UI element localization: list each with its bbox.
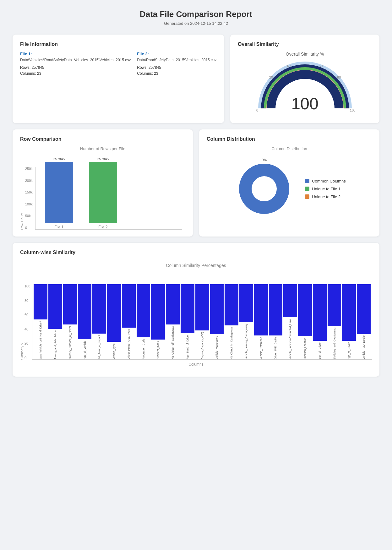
- colsim-bar: [342, 284, 356, 341]
- colsim-bar-group: Age_of_Vehicle: [78, 284, 92, 359]
- colsim-bar-group: Skidding_and_Overturning: [328, 284, 341, 359]
- svg-text:60: 60: [318, 64, 322, 68]
- legend-file1-label: Unique to File 1: [312, 187, 340, 191]
- page-title: Data File Comparison Report: [13, 9, 379, 19]
- colsim-bar-label: Propulsion_Code: [142, 339, 145, 359]
- column-distribution-card: Column Distribution Column Distribution …: [199, 129, 379, 237]
- row-y-label-100k: 100k: [25, 202, 33, 206]
- colsim-x-title: Columns: [20, 362, 372, 367]
- colsim-bar: [254, 284, 268, 335]
- row-y-label-50k: 50k: [25, 214, 33, 218]
- bar-file1-rect: [45, 162, 73, 223]
- column-similarity-card: Column-wise Similarity Column Similarity…: [13, 243, 379, 377]
- file2-cols: Columns: 23: [137, 71, 216, 77]
- colsim-bar-group: Vehicle_IMD_Decile: [357, 284, 371, 359]
- colsim-bar-group: Vehicle_Manoeuvre: [210, 284, 224, 359]
- svg-text:100%: 100%: [258, 187, 270, 192]
- row-comparison-title: Row Comparison: [20, 136, 185, 142]
- colsim-bar: [78, 284, 92, 339]
- file1-path: Data\Vehicles\RoadSafetyData_Vehicles_20…: [20, 57, 131, 63]
- bar-file2: 257845 File 2: [89, 157, 117, 229]
- colsim-bar-group: Journey_Purpose_of_Driver: [63, 284, 77, 359]
- colsim-bar-group: Age_Band_of_Driver: [181, 284, 194, 359]
- colsim-bar-group: Engine_Capacity_(CC): [195, 284, 209, 359]
- pie-chart: 0% 100%: [233, 157, 296, 220]
- colsim-chart-title: Column Similarity Percentages: [20, 263, 372, 268]
- colsim-bar: [92, 284, 106, 334]
- colsim-bar: [210, 284, 224, 334]
- colsim-bar-group: Was_Vehicle_Left_Hand_Drive?: [34, 284, 47, 359]
- legend-file2: Unique to File 2: [305, 194, 346, 199]
- column-similarity-title: Column-wise Similarity: [20, 250, 372, 255]
- colsim-y-0: 0: [24, 356, 30, 360]
- colsim-y-axis: 0 20 40 60 80 100: [24, 284, 30, 360]
- gauge-container: Overall Similarity %: [238, 52, 372, 116]
- col-dist-chart-title: Column Distribution: [207, 146, 372, 151]
- colsim-bar-label: Vehicle_Manoeuvre: [215, 336, 218, 359]
- colsim-bar: [122, 284, 136, 328]
- colsim-bar-group: Towing_and_Articulation: [48, 284, 62, 359]
- colsim-bar-group: Hit_Object_off_Carriageway: [166, 284, 180, 359]
- colsim-bar: [313, 284, 327, 341]
- bar-file1: 257845 File 1: [45, 157, 73, 229]
- colsim-bar-label: Age_Band_of_Driver: [186, 335, 189, 359]
- column-distribution-title: Column Distribution: [207, 136, 372, 142]
- file1-info: File 1: Data\Vehicles\RoadSafetyData_Veh…: [20, 52, 131, 77]
- colsim-bar: [195, 284, 209, 330]
- colsim-y-100: 100: [24, 284, 30, 288]
- colsim-chart-area: Column Similarity Percentages Similarity…: [20, 260, 372, 370]
- colsim-bar-label: Hit_Object_in_Carriageway: [230, 327, 233, 359]
- colsim-bar: [34, 284, 47, 319]
- row-y-label-200k: 200k: [25, 179, 33, 182]
- colsim-bar: [137, 284, 150, 337]
- colsim-bar-label: Towing_and_Articulation: [54, 330, 57, 359]
- colsim-bar: [151, 284, 165, 340]
- colsim-inner: Similarity % 0 20 40 60 80 100 Was_Vehic…: [20, 272, 372, 360]
- pie-svg: 100%: [233, 157, 296, 220]
- legend-file1-dot: [305, 187, 309, 191]
- colsim-bar: [181, 284, 194, 333]
- file1-cols: Columns: 23: [20, 71, 131, 77]
- gauge-svg-wrap: 0 100 20 40 60 80 100: [255, 60, 355, 116]
- legend-common-dot: [305, 179, 309, 183]
- colsim-bar-label: Junction_Location: [303, 338, 307, 359]
- colsim-bars: Was_Vehicle_Left_Hand_Drive?Towing_and_A…: [32, 284, 372, 360]
- colsim-bar: [283, 284, 297, 317]
- colsim-y-20: 20: [24, 341, 30, 345]
- colsim-bar-label: Skidding_and_Overturning: [333, 328, 336, 359]
- colsim-bar-label: Hit_Object_off_Carriageway: [171, 326, 174, 359]
- colsim-bar-label: Vehicle_Reference: [259, 337, 263, 359]
- colsim-bar-group: Driver_IMD_Decile: [269, 284, 283, 359]
- colsim-bar-group: Sex_of_Driver: [313, 284, 327, 359]
- colsim-bar-group: Age_of_Driver: [342, 284, 356, 359]
- colsim-y-title: Similarity %: [20, 342, 24, 360]
- colsim-bar-group: Vehicle_Location-Restricted_Lane: [283, 284, 297, 359]
- row-y-label-250k: 250k: [25, 167, 33, 171]
- colsim-bar: [107, 284, 121, 342]
- colsim-bar-label: Vehicle_Location-Restricted_Lane: [289, 319, 292, 359]
- bar-file2-rect: [89, 162, 117, 223]
- file2-info: File 2: Data\RoadSafetyData_2015\Vehicle…: [137, 52, 216, 77]
- colsim-bar-label: Vehicle_Leaving_Carriageway: [245, 324, 248, 359]
- colsim-bar-label: Accident_Index: [156, 341, 160, 359]
- colsim-bar-group: Hit_Object_in_Carriageway: [225, 284, 238, 359]
- legend-common: Common Columns: [305, 179, 346, 183]
- colsim-bar: [63, 284, 77, 324]
- colsim-bar: [298, 284, 312, 336]
- file2-rows: Rows: 257845: [137, 65, 216, 71]
- colsim-bar-group: 1st_Point_of_Impact: [92, 284, 106, 359]
- colsim-bar-group: Junction_Location: [298, 284, 312, 359]
- colsim-bar-label: Driver_Home_Area_Type: [127, 329, 130, 359]
- colsim-bar-group: Driver_Home_Area_Type: [122, 284, 136, 359]
- file-info-title: File Information: [20, 41, 216, 47]
- colsim-bar-label: Sex_of_Driver: [318, 342, 321, 359]
- colsim-bar-label: 1st_Point_of_Impact: [98, 335, 101, 360]
- svg-text:0: 0: [256, 108, 258, 112]
- legend-file2-dot: [305, 194, 309, 199]
- colsim-bar-label: Engine_Capacity_(CC): [201, 332, 204, 359]
- colsim-bar-label: Journey_Purpose_of_Driver: [68, 326, 72, 359]
- gauge-title: Overall Similarity %: [286, 52, 324, 57]
- file1-rows: Rows: 257845: [20, 65, 131, 71]
- page-subtitle: Generated on 2024-12-15 14:22:42: [13, 21, 379, 26]
- bar-file2-value: 257845: [97, 157, 109, 161]
